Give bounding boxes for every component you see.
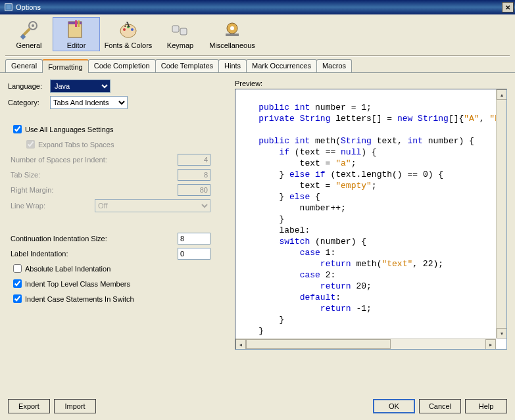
right-margin-label: Right Margin: — [11, 186, 178, 194]
language-select[interactable]: Java — [50, 80, 110, 93]
toolbar-label: Keymap — [167, 41, 193, 49]
svg-rect-14 — [172, 26, 179, 32]
cont-indent-input[interactable] — [178, 233, 210, 245]
toolbar-label: Fonts & Colors — [105, 41, 153, 49]
absolute-label-text: Absolute Label Indentation — [25, 265, 110, 273]
indent-case-checkbox[interactable] — [13, 294, 22, 303]
scroll-thumb[interactable] — [246, 339, 391, 349]
palette-icon: A — [118, 19, 139, 40]
indent-case-label: Indent Case Statements In Switch — [25, 295, 134, 303]
help-button[interactable]: Help — [465, 399, 507, 413]
window-title: Options — [16, 3, 41, 11]
num-spaces-spinner — [178, 154, 210, 166]
category-select[interactable]: Tabs And Indents — [50, 96, 128, 109]
absolute-label-checkbox[interactable] — [13, 264, 22, 273]
tab-macros[interactable]: Macros — [316, 59, 352, 72]
scroll-right-icon[interactable]: ▸ — [485, 339, 496, 350]
sub-tabs: General Formatting Code Completion Code … — [0, 59, 515, 73]
wrench-gear-icon — [18, 19, 39, 40]
toolbar-item-general[interactable]: General — [5, 17, 53, 51]
toolbar-item-fonts-colors[interactable]: A Fonts & Colors — [100, 17, 157, 51]
expand-tabs-label: Expand Tabs to Spaces — [38, 141, 114, 149]
use-all-languages-label: Use All Languages Settings — [25, 126, 114, 133]
import-button[interactable]: Import — [54, 399, 96, 413]
expand-tabs-row: Expand Tabs to Spaces — [24, 138, 228, 151]
toolbar-label: General — [16, 41, 41, 49]
separator — [5, 55, 510, 57]
book-icon — [66, 19, 87, 40]
tab-hints[interactable]: Hints — [218, 59, 247, 72]
svg-rect-15 — [180, 28, 187, 35]
export-button[interactable]: Export — [8, 399, 50, 413]
preview-box: public int number = 1; private String le… — [235, 89, 507, 350]
svg-rect-7 — [75, 20, 77, 27]
title-bar: Options ✕ — [0, 0, 515, 14]
svg-point-12 — [131, 28, 134, 31]
tab-size-label: Tab Size: — [11, 171, 178, 179]
tab-mark-occurrences[interactable]: Mark Occurrences — [246, 59, 317, 72]
use-all-languages-row: Use All Languages Settings — [11, 123, 228, 135]
tab-formatting[interactable]: Formatting — [42, 59, 89, 73]
scroll-up-icon[interactable]: ▴ — [497, 89, 507, 100]
tab-general[interactable]: General — [5, 59, 43, 72]
cont-indent-label: Continuation Indentation Size: — [11, 235, 178, 243]
line-wrap-select: Off — [95, 199, 210, 212]
indent-top-checkbox[interactable] — [13, 279, 22, 288]
toolbar-item-keymap[interactable]: Keymap — [157, 17, 204, 51]
indent-top-label: Indent Top Level Class Members — [25, 280, 130, 288]
svg-rect-18 — [226, 34, 239, 36]
toolbar-item-miscellaneous[interactable]: Miscellaneous — [204, 17, 260, 51]
scroll-left-icon[interactable]: ◂ — [235, 339, 246, 350]
language-label: Language: — [8, 82, 50, 90]
scroll-down-icon[interactable]: ▾ — [497, 328, 507, 338]
tab-code-completion[interactable]: Code Completion — [88, 59, 156, 72]
svg-point-17 — [230, 26, 234, 30]
svg-rect-1 — [7, 5, 11, 10]
label-indent-input[interactable] — [178, 248, 210, 260]
ok-button[interactable]: OK — [373, 399, 415, 413]
category-label: Category: — [8, 99, 50, 106]
label-indent-label: Label Indentation: — [11, 250, 178, 258]
preview-label: Preview: — [235, 80, 507, 87]
code-preview: public int number = 1; private String le… — [235, 89, 506, 349]
svg-point-3 — [32, 24, 34, 27]
keys-icon — [170, 19, 191, 40]
num-spaces-label: Number of Spaces per Indent: — [11, 156, 178, 164]
svg-text:A: A — [124, 20, 130, 29]
vertical-scrollbar[interactable]: ▴ ▾ — [496, 89, 506, 338]
right-margin-spinner — [178, 184, 210, 196]
app-icon — [4, 3, 13, 12]
category-toolbar: General Editor A Fonts & Colors Keymap M… — [0, 14, 515, 53]
tab-size-spinner — [178, 169, 210, 181]
gear-misc-icon — [222, 19, 243, 40]
expand-tabs-checkbox — [26, 140, 35, 149]
toolbar-item-editor[interactable]: Editor — [53, 17, 100, 51]
tab-code-templates[interactable]: Code Templates — [155, 59, 219, 72]
close-button[interactable]: ✕ — [502, 2, 514, 12]
horizontal-scrollbar[interactable]: ◂ ▸ — [235, 338, 496, 349]
line-wrap-label: Line Wrap: — [11, 202, 95, 210]
use-all-languages-checkbox[interactable] — [13, 125, 22, 133]
svg-rect-8 — [78, 20, 80, 27]
toolbar-label: Miscellaneous — [209, 41, 255, 49]
cancel-button[interactable]: Cancel — [419, 399, 461, 413]
bottom-button-bar: Export Import OK Cancel Help — [0, 394, 515, 420]
toolbar-label: Editor — [67, 41, 86, 49]
